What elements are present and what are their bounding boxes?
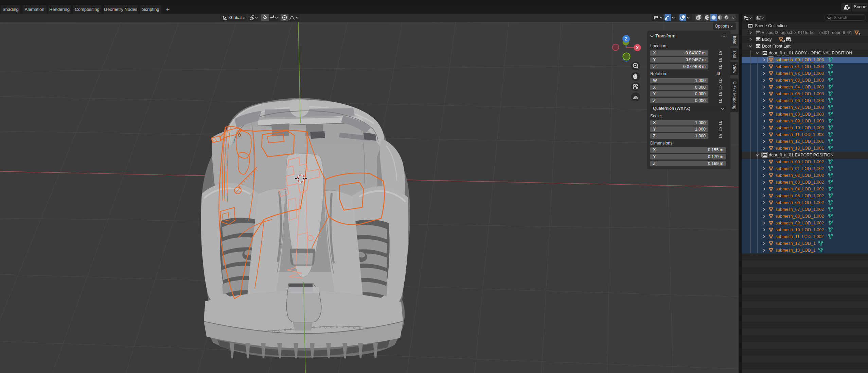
svg-text:X: X [636,46,639,50]
svg-text:Z: Z [625,37,627,41]
